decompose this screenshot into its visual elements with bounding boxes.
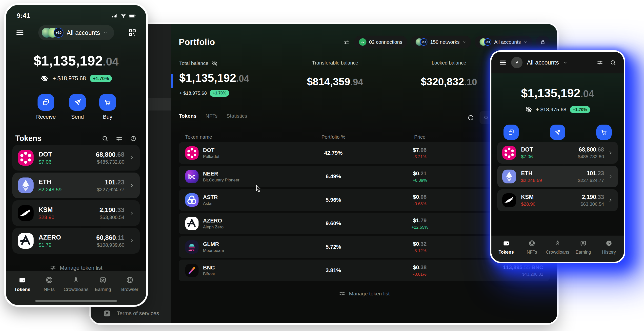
portfolio-percent: 5.72%: [292, 244, 375, 250]
token-symbol: GLMR: [203, 241, 224, 247]
token-row-ksm[interactable]: KSM $28.90 2,190.33 $63,300.54: [12, 200, 140, 226]
connections-pill[interactable]: 02 connections: [354, 36, 408, 49]
price-change: -5.12%: [375, 248, 464, 253]
send-action[interactable]: Send: [69, 94, 86, 120]
left-phone-window: 9:41 +10: [4, 3, 148, 307]
token-symbol: DOT: [38, 151, 52, 157]
send-icon: [554, 129, 561, 136]
token-symbol: AZERO: [203, 218, 224, 223]
vault-icon: [99, 276, 107, 284]
tab-tokens[interactable]: Tokens: [179, 113, 196, 122]
sidebar-item-terms[interactable]: Terms of services: [103, 309, 159, 317]
tab-statistics[interactable]: Statistics: [226, 113, 247, 122]
token-symbol: DOT: [521, 147, 533, 153]
chevron-right-icon: [608, 150, 613, 155]
sidebar-item-label: Terms of services: [117, 310, 159, 317]
token-symbol: ETH: [521, 171, 542, 176]
token-usd-value: $485,732.80: [578, 154, 604, 159]
nav-crowdloans[interactable]: Crowdloans: [545, 239, 570, 262]
nav-tokens[interactable]: Tokens: [493, 239, 519, 262]
status-bar: 9:41: [6, 5, 146, 20]
external-link-icon: [103, 309, 111, 317]
token-network: Bit.Country Pioneer: [203, 178, 239, 182]
accent-bar: [171, 74, 173, 88]
lock-button[interactable]: [536, 36, 550, 49]
vault-icon: [580, 239, 587, 247]
token-amount: 2,190.33: [100, 207, 124, 213]
manage-token-list-label: Manage token list: [349, 291, 390, 297]
globe-icon: [126, 276, 134, 284]
buy-button[interactable]: [596, 125, 612, 140]
account-switcher[interactable]: +10 All accounts: [38, 25, 114, 40]
refresh-icon[interactable]: [468, 114, 474, 121]
filter-icon[interactable]: [596, 59, 603, 66]
eye-off-icon[interactable]: [525, 106, 532, 113]
price-change: +0.39%: [375, 178, 464, 183]
transferable-balance-value: $814,359.94: [278, 76, 392, 88]
token-row-eth[interactable]: ETH $2,248.59 101.23 $227,624.77: [497, 166, 618, 187]
token-symbol: BNC: [203, 265, 215, 270]
bottom-nav: Tokens NFTs Crowdloans: [492, 236, 624, 262]
nav-earning[interactable]: Earning: [570, 239, 596, 262]
chevron-down-icon: [103, 31, 108, 35]
chevron-down-icon: [462, 40, 466, 44]
token-price: $2,248.59: [521, 178, 542, 183]
history-icon[interactable]: [130, 135, 137, 142]
balance-change-amount: + $18,975.68: [536, 107, 566, 113]
wallet-icon: [502, 239, 510, 247]
send-button[interactable]: [550, 125, 565, 140]
search-icon[interactable]: [610, 59, 616, 66]
locked-balance-label: Locked balance: [392, 60, 506, 66]
account-avatar[interactable]: [511, 57, 522, 68]
chevron-right-icon: [129, 155, 134, 160]
eth-logo-icon: [18, 177, 34, 193]
page-title: Portfolio: [179, 37, 215, 47]
token-price: $0.38: [375, 264, 464, 271]
search-icon[interactable]: [102, 135, 109, 142]
menu-icon[interactable]: [499, 59, 507, 67]
neer-logo-icon: bc: [185, 170, 198, 183]
token-row-dot[interactable]: DOT $7.06 68,800.68 $485,732.80: [497, 142, 618, 164]
locked-balance-value: $320,832.10: [392, 76, 506, 88]
account-avatars: +10: [480, 38, 492, 46]
clock-icon: [605, 239, 613, 247]
token-price: $7.06: [375, 147, 464, 153]
token-price: $1.79: [38, 242, 61, 247]
portfolio-percent: 9.60%: [292, 220, 375, 227]
menu-icon[interactable]: [15, 28, 24, 37]
token-row-ksm[interactable]: KSM $28.90 2,190.33 $63,300.54: [497, 189, 618, 211]
dot-logo-icon: [502, 146, 516, 160]
token-usd-value: $227,624.77: [578, 178, 604, 183]
eth-logo-icon: [502, 170, 516, 183]
token-row-azero[interactable]: AZERO $1.79 60,860.11 $108,939.60: [12, 228, 140, 254]
nav-browser[interactable]: Browser: [116, 276, 143, 305]
eye-off-icon[interactable]: [211, 60, 218, 67]
rocket-icon: [554, 239, 561, 247]
ksm-logo-icon: [502, 193, 516, 207]
receive-button[interactable]: [504, 125, 519, 140]
nav-nfts[interactable]: NFTs: [519, 239, 545, 262]
right-phone-window: All accounts $1,135,192.04: [490, 50, 625, 263]
manage-token-list-button[interactable]: Manage token list: [6, 264, 146, 271]
networks-pill[interactable]: +10 150 networks: [411, 36, 471, 49]
token-usd-value: $485,732.80: [96, 159, 124, 164]
filter-icon[interactable]: [343, 39, 350, 46]
buy-action[interactable]: Buy: [99, 94, 116, 120]
qr-scan-icon[interactable]: [128, 28, 137, 37]
accounts-pill[interactable]: +10 All accounts: [474, 36, 532, 49]
tab-nfts[interactable]: NFTs: [206, 113, 218, 122]
token-network: Aleph Zero: [203, 225, 224, 229]
filter-icon[interactable]: [116, 135, 123, 142]
token-row-eth[interactable]: ETH $2,248.59 101.23 $227,624.77: [12, 173, 140, 198]
table-row[interactable]: BNC Bifrost 3.81% $0.38 -3.01% 113,895.5…: [179, 259, 550, 281]
price-change: +22.55%: [375, 225, 464, 230]
token-row-dot[interactable]: DOT $7.06 68,800.68 $485,732.80: [12, 145, 140, 171]
manage-token-list-button[interactable]: Manage token list: [179, 290, 550, 297]
eye-off-icon[interactable]: [40, 74, 49, 83]
chevron-right-icon: [608, 174, 613, 179]
nav-tokens[interactable]: Tokens: [9, 276, 36, 305]
dot-logo-icon: [18, 150, 34, 166]
token-usd-value: $63,300.54: [100, 215, 124, 220]
nav-history[interactable]: History: [596, 239, 622, 262]
receive-action[interactable]: Receive: [36, 94, 56, 120]
